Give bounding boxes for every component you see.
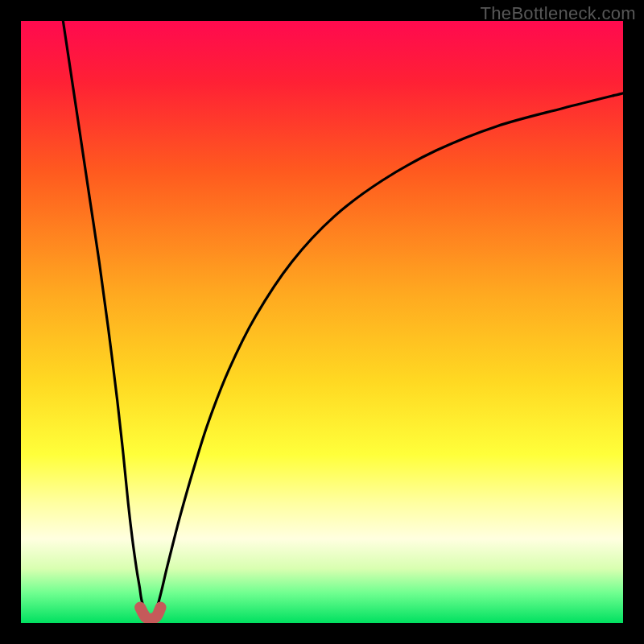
plot-svg xyxy=(21,21,623,623)
gradient-background xyxy=(21,21,623,623)
watermark-text: TheBottleneck.com xyxy=(481,3,636,24)
chart-frame: TheBottleneck.com xyxy=(0,0,644,644)
plot-area xyxy=(21,21,623,623)
